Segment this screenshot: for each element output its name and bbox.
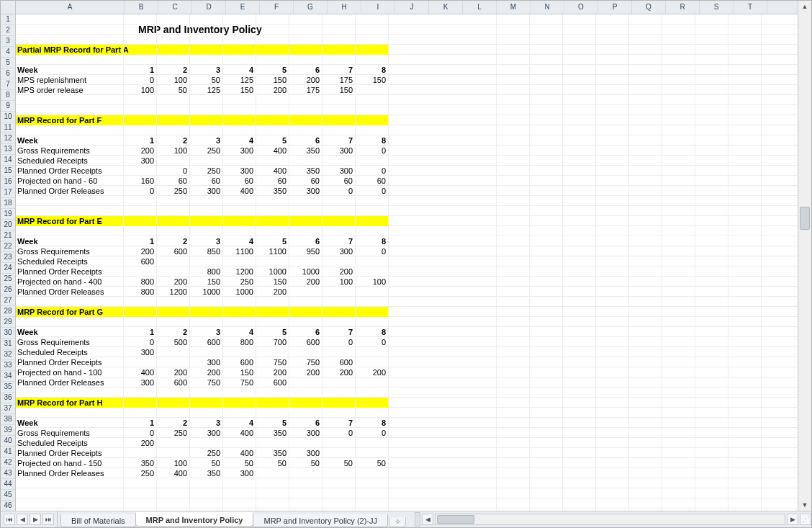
tab-mrp-inventory-policy[interactable]: MRP and Inventory Policy — [135, 512, 254, 527]
cell[interactable]: 200 — [256, 367, 289, 377]
column-header[interactable]: H — [328, 1, 361, 14]
cell[interactable] — [124, 357, 157, 367]
cell[interactable]: 150 — [190, 277, 223, 287]
cell[interactable]: 0 — [356, 166, 389, 176]
row-number[interactable]: 25 — [1, 274, 15, 285]
cell[interactable]: 250 — [157, 186, 190, 196]
row-number[interactable]: 10 — [1, 112, 15, 122]
column-header[interactable]: G — [294, 1, 328, 14]
cell[interactable] — [289, 377, 322, 388]
column-header[interactable]: K — [429, 1, 463, 14]
cell[interactable]: 125 — [190, 85, 223, 95]
cell[interactable] — [223, 256, 256, 267]
cell[interactable]: 350 — [190, 468, 223, 478]
row-number[interactable]: 13 — [1, 144, 15, 155]
cell[interactable]: 750 — [190, 377, 223, 388]
cell[interactable]: 300 — [190, 428, 223, 438]
cell[interactable]: 0 — [124, 428, 157, 438]
cell[interactable] — [256, 347, 289, 357]
cell[interactable]: 800 — [124, 277, 157, 287]
cell[interactable] — [223, 347, 256, 357]
row-number[interactable]: 3 — [1, 36, 15, 47]
cell[interactable]: 50 — [157, 85, 190, 95]
cell[interactable]: 250 — [157, 428, 190, 438]
cell[interactable]: 600 — [322, 357, 356, 367]
cell[interactable] — [289, 156, 322, 166]
cell[interactable] — [190, 347, 223, 357]
cell[interactable]: 200 — [289, 367, 322, 377]
column-header[interactable]: I — [361, 1, 395, 14]
cell[interactable]: 100 — [157, 146, 190, 156]
cell[interactable] — [190, 438, 223, 448]
scroll-right-icon[interactable]: ▶ — [787, 514, 798, 525]
row-number[interactable]: 30 — [1, 328, 15, 339]
cell[interactable]: 300 — [322, 246, 356, 256]
resize-grip-icon[interactable]: ⋰ — [800, 514, 811, 525]
column-header[interactable]: O — [564, 1, 598, 14]
row-number[interactable]: 18 — [1, 198, 15, 209]
row-number[interactable]: 34 — [1, 371, 15, 382]
row-number[interactable]: 31 — [1, 339, 15, 349]
cell[interactable] — [157, 438, 190, 448]
cell[interactable]: 400 — [223, 448, 256, 458]
scroll-down-icon[interactable]: ▼ — [802, 499, 808, 511]
cell[interactable]: 200 — [289, 75, 322, 85]
cell[interactable]: 60 — [356, 176, 389, 186]
cell[interactable]: 200 — [256, 287, 289, 297]
cell[interactable]: 150 — [223, 367, 256, 377]
cell[interactable]: 60 — [223, 176, 256, 186]
row-number[interactable]: 5 — [1, 58, 15, 68]
cell[interactable] — [322, 287, 356, 297]
cell[interactable]: 300 — [289, 428, 322, 438]
cell[interactable]: 0 — [356, 428, 389, 438]
cell[interactable]: 50 — [356, 458, 389, 468]
column-header[interactable]: T — [734, 1, 767, 14]
cell[interactable] — [356, 85, 389, 95]
cell[interactable]: 400 — [256, 166, 289, 176]
row-number[interactable]: 9 — [1, 101, 15, 112]
row-number[interactable]: 36 — [1, 393, 15, 403]
row-number[interactable]: 21 — [1, 231, 15, 241]
cell[interactable]: 125 — [223, 75, 256, 85]
cell[interactable]: 100 — [124, 85, 157, 95]
cell[interactable] — [157, 448, 190, 458]
cell[interactable]: 1100 — [256, 246, 289, 256]
cell[interactable]: 50 — [190, 75, 223, 85]
tab-last-icon[interactable]: ⏭ — [42, 514, 54, 525]
row-number[interactable]: 26 — [1, 285, 15, 295]
new-sheet-icon[interactable]: ✧ — [389, 517, 406, 527]
cell[interactable]: 200 — [322, 367, 356, 377]
column-header[interactable]: P — [598, 1, 632, 14]
cell[interactable]: 300 — [124, 377, 157, 388]
row-number[interactable]: 28 — [1, 306, 15, 317]
cell[interactable]: 600 — [157, 377, 190, 388]
cell[interactable]: 350 — [256, 448, 289, 458]
cell[interactable]: 200 — [256, 85, 289, 95]
tab-mrp-inventory-policy-2-jj[interactable]: MRP and Inventory Policy (2)-JJ — [253, 514, 388, 527]
cell[interactable]: 350 — [289, 166, 322, 176]
cell[interactable]: 1200 — [157, 287, 190, 297]
cell[interactable] — [289, 256, 322, 267]
cell[interactable] — [256, 256, 289, 267]
cell[interactable]: 750 — [223, 377, 256, 388]
cell[interactable]: 160 — [124, 176, 157, 186]
cell[interactable]: 1000 — [223, 287, 256, 297]
cell[interactable] — [322, 156, 356, 166]
cell[interactable]: 300 — [223, 146, 256, 156]
cell[interactable]: 200 — [157, 367, 190, 377]
cell[interactable] — [289, 468, 322, 478]
cell[interactable]: 700 — [256, 337, 289, 347]
cell[interactable]: 200 — [356, 367, 389, 377]
row-number[interactable]: 23 — [1, 252, 15, 263]
cell[interactable]: 500 — [157, 337, 190, 347]
row-number[interactable]: 40 — [1, 436, 15, 447]
cell[interactable]: 0 — [322, 186, 356, 196]
cell[interactable] — [124, 267, 157, 277]
horizontal-scrollbar[interactable]: ◀ ▶ ⋰ — [415, 511, 811, 527]
cell[interactable] — [356, 256, 389, 267]
row-number[interactable]: 4 — [1, 47, 15, 58]
row-number[interactable]: 29 — [1, 317, 15, 328]
cell[interactable] — [322, 468, 356, 478]
row-number[interactable]: 19 — [1, 209, 15, 220]
cell[interactable] — [356, 468, 389, 478]
